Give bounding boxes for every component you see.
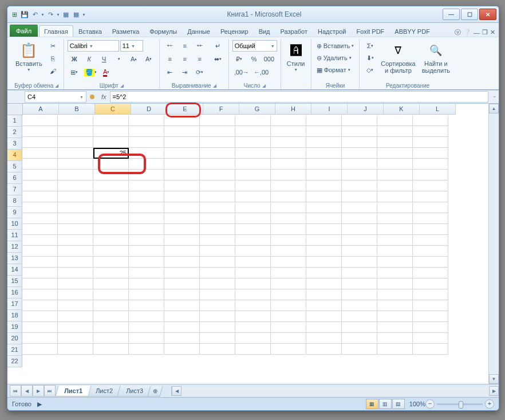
cell-L21[interactable] (413, 333, 448, 344)
undo-icon[interactable]: ↶ (30, 10, 40, 19)
row-header-8[interactable]: 8 (7, 195, 22, 207)
cell-K8[interactable] (377, 191, 413, 202)
currency-button[interactable]: ₽▾ (232, 53, 246, 65)
cell-D6[interactable] (129, 170, 164, 180)
cell-I3[interactable] (306, 137, 342, 148)
cell-K3[interactable] (377, 137, 413, 148)
cell-K7[interactable] (377, 180, 413, 191)
cell-F13[interactable] (200, 246, 235, 257)
cell-G2[interactable] (235, 126, 271, 137)
cell-J16[interactable] (342, 278, 377, 289)
font-name-combo[interactable]: Calibri▼ (68, 40, 119, 52)
cell-A15[interactable] (22, 268, 58, 278)
cell-K21[interactable] (377, 333, 413, 344)
page-break-view-button[interactable]: ▤ (392, 399, 405, 409)
cell-B3[interactable] (58, 137, 93, 148)
cell-D1[interactable] (129, 115, 164, 126)
namebox-handle[interactable] (90, 95, 94, 99)
cell-L17[interactable] (413, 289, 448, 300)
row-header-12[interactable]: 12 (7, 241, 22, 253)
clipboard-dialog[interactable]: ◢ (55, 83, 58, 88)
tab-abbyy[interactable]: ABBYY PDF (389, 25, 435, 37)
cell-G18[interactable] (235, 300, 271, 311)
zoom-in-button[interactable]: + (485, 399, 494, 409)
cell-D10[interactable] (129, 213, 164, 224)
cell-D8[interactable] (129, 191, 164, 202)
cell-E17[interactable] (164, 289, 200, 300)
tab-developer[interactable]: Разработ (275, 25, 313, 37)
cell-I15[interactable] (306, 268, 342, 278)
cell-B6[interactable] (58, 170, 93, 180)
cell-H1[interactable] (271, 115, 306, 126)
column-header-B[interactable]: B (59, 104, 95, 115)
cell-K1[interactable] (377, 115, 413, 126)
cell-G6[interactable] (235, 170, 271, 180)
redo-dropdown[interactable]: ▼ (56, 13, 60, 17)
cut-button[interactable]: ✂ (46, 40, 60, 52)
cell-C9[interactable] (93, 202, 129, 213)
merge-button[interactable]: ⬌▾ (211, 53, 225, 65)
cell-G19[interactable] (235, 311, 271, 322)
cell-F10[interactable] (200, 213, 235, 224)
tab-review[interactable]: Рецензир (215, 25, 254, 37)
cell-H14[interactable] (271, 257, 306, 268)
cell-D4[interactable] (129, 148, 164, 159)
cell-F4[interactable] (200, 148, 235, 159)
cell-H16[interactable] (271, 278, 306, 289)
format-cells-button[interactable]: ▦Формат ▾ (315, 64, 356, 76)
cell-B18[interactable] (58, 300, 93, 311)
cell-I6[interactable] (306, 170, 342, 180)
cell-I13[interactable] (306, 246, 342, 257)
cell-C4[interactable]: 25 (93, 148, 129, 159)
doc-restore-icon[interactable]: ❐ (482, 29, 488, 36)
cell-H13[interactable] (271, 246, 306, 257)
cell-D22[interactable] (129, 344, 164, 355)
cell-D9[interactable] (129, 202, 164, 213)
cell-B4[interactable] (58, 148, 93, 159)
cell-H3[interactable] (271, 137, 306, 148)
row-header-16[interactable]: 16 (7, 287, 22, 299)
cell-L4[interactable] (413, 148, 448, 159)
cell-L7[interactable] (413, 180, 448, 191)
cell-F19[interactable] (200, 311, 235, 322)
cell-L13[interactable] (413, 246, 448, 257)
row-header-6[interactable]: 6 (7, 172, 22, 184)
row-header-17[interactable]: 17 (7, 299, 22, 310)
cell-D18[interactable] (129, 300, 164, 311)
cell-J12[interactable] (342, 235, 377, 246)
row-header-10[interactable]: 10 (7, 218, 22, 230)
cell-F6[interactable] (200, 170, 235, 180)
cell-L22[interactable] (413, 344, 448, 355)
select-all-corner[interactable] (7, 104, 23, 115)
cell-E1[interactable] (164, 115, 200, 126)
cell-A2[interactable] (22, 126, 58, 137)
cell-H15[interactable] (271, 268, 306, 278)
row-header-18[interactable]: 18 (7, 310, 22, 321)
row-header-5[interactable]: 5 (7, 161, 22, 172)
cell-A13[interactable] (22, 246, 58, 257)
cell-G22[interactable] (235, 344, 271, 355)
column-header-L[interactable]: L (420, 104, 456, 115)
cell-J1[interactable] (342, 115, 377, 126)
cell-J20[interactable] (342, 322, 377, 333)
orientation-button[interactable]: ⟳▾ (193, 66, 207, 78)
row-header-2[interactable]: 2 (7, 127, 22, 138)
cell-F21[interactable] (200, 333, 235, 344)
cell-B19[interactable] (58, 311, 93, 322)
zoom-level[interactable]: 100% (409, 401, 425, 407)
cell-A8[interactable] (22, 191, 58, 202)
column-header-E[interactable]: E (167, 104, 203, 115)
cell-A14[interactable] (22, 257, 58, 268)
cell-C5[interactable] (93, 159, 129, 170)
formula-bar[interactable]: =5^2 ⌄ (110, 91, 488, 103)
tab-insert[interactable]: Вставка (73, 25, 107, 37)
cell-B7[interactable] (58, 180, 93, 191)
tab-home[interactable]: Главная (39, 25, 73, 37)
cell-I14[interactable] (306, 257, 342, 268)
cell-H20[interactable] (271, 322, 306, 333)
cell-K5[interactable] (377, 159, 413, 170)
cell-E4[interactable] (164, 148, 200, 159)
cell-D13[interactable] (129, 246, 164, 257)
cell-J19[interactable] (342, 311, 377, 322)
qat-customize[interactable]: ▼ (82, 13, 86, 17)
